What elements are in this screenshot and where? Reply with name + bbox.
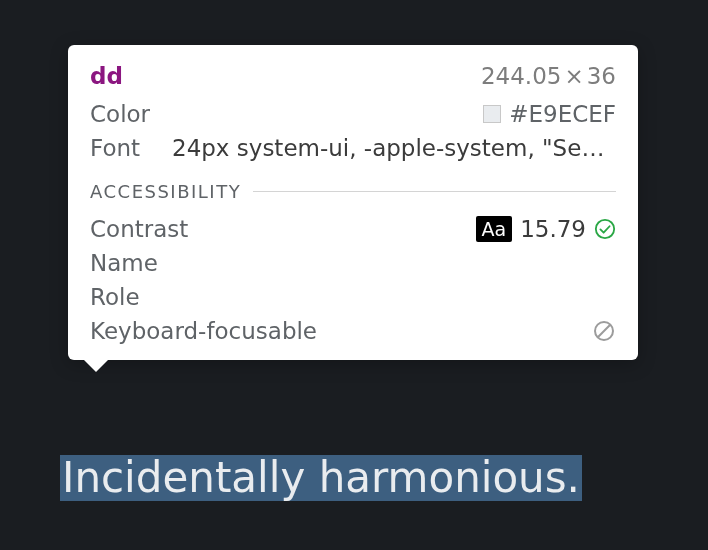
color-label: Color [90, 101, 172, 127]
tooltip-header-row: dd 244.05×36 [90, 63, 616, 89]
contrast-value-group: Aa 15.79 [476, 216, 617, 242]
svg-line-2 [598, 325, 610, 337]
inspected-text[interactable]: Incidentally harmonious. [60, 455, 582, 501]
role-label: Role [90, 284, 140, 310]
dimension-width: 244.05 [481, 63, 561, 89]
keyboard-focusable-row: Keyboard-focusable [90, 318, 616, 344]
font-value: 24px system-ui, -apple-system, "Segoe… [172, 135, 616, 161]
check-circle-icon [594, 218, 616, 240]
dimension-height: 36 [587, 63, 616, 89]
accessibility-header: ACCESSIBILITY [90, 181, 616, 202]
color-swatch [483, 105, 501, 123]
inspector-tooltip: dd 244.05×36 Color #E9ECEF Font 24px sys… [68, 45, 638, 360]
name-label: Name [90, 250, 158, 276]
accessibility-title: ACCESSIBILITY [90, 181, 241, 202]
font-label: Font [90, 135, 172, 161]
element-tag: dd [90, 63, 123, 89]
color-hex: #E9ECEF [509, 101, 616, 127]
contrast-badge: Aa [476, 216, 513, 242]
color-value: #E9ECEF [483, 101, 616, 127]
ban-icon [592, 319, 616, 343]
contrast-ratio: 15.79 [520, 216, 586, 242]
name-row: Name [90, 250, 616, 276]
font-row: Font 24px system-ui, -apple-system, "Seg… [90, 135, 616, 161]
contrast-row: Contrast Aa 15.79 [90, 216, 616, 242]
section-divider [253, 191, 616, 192]
element-dimensions: 244.05×36 [481, 63, 616, 89]
color-row: Color #E9ECEF [90, 101, 616, 127]
contrast-label: Contrast [90, 216, 188, 242]
tooltip-arrow [84, 360, 108, 372]
times-symbol: × [564, 63, 583, 89]
role-row: Role [90, 284, 616, 310]
keyboard-focusable-value [592, 319, 616, 343]
keyboard-focusable-label: Keyboard-focusable [90, 318, 317, 344]
svg-point-0 [596, 220, 614, 238]
